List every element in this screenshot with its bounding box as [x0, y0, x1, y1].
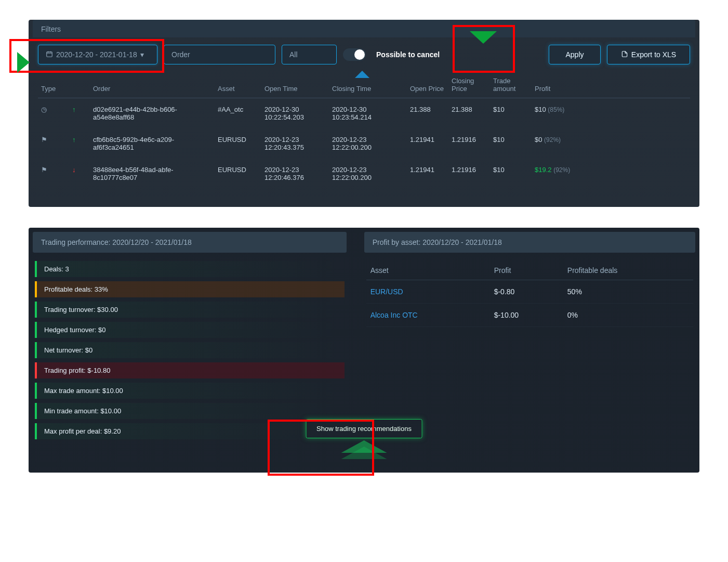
- table-row[interactable]: ⚑↑cfb6b8c5-992b-4e6c-a209-af6f3ca24651EU…: [38, 128, 690, 159]
- table-row[interactable]: ⚑↓38488ee4-b56f-48ad-abfe-8c10777c8e07EU…: [38, 159, 690, 189]
- all-filter-select[interactable]: All: [282, 45, 337, 64]
- stat-row: Net turnover: $0: [35, 342, 345, 358]
- cell-profit: $19.2 (92%): [532, 159, 690, 189]
- cell-close-time: 2020-12-2312:22:00.200: [329, 159, 407, 189]
- cell-open-price: 1.21941: [407, 159, 448, 189]
- order-filter-input[interactable]: Order: [164, 45, 275, 64]
- date-range-picker[interactable]: 2020-12-20 - 2021-01-18 ▾: [38, 45, 157, 64]
- cell-asset: #AA_otc: [215, 98, 261, 129]
- direction-up-icon: ↑: [69, 128, 90, 159]
- trades-panel: Filters 2020-12-20 - 2021-01-18 ▾ Order …: [29, 20, 699, 207]
- performance-stats: Deals: 3Profitable deals: 33%Trading tur…: [29, 253, 351, 452]
- arrow-up-stack-icon: [306, 440, 422, 461]
- cell-asset-deals: 0%: [563, 304, 693, 327]
- col-type: Type: [38, 72, 69, 98]
- calendar-icon: [46, 50, 53, 59]
- cell-open-time: 2020-12-3010:22:54.203: [261, 98, 329, 129]
- stat-row: Profitable deals: 33%: [35, 281, 345, 297]
- cell-profit: $10 (85%): [532, 98, 690, 129]
- svg-rect-0: [47, 51, 52, 56]
- table-row[interactable]: ◷↑d02e6921-e44b-42bb-b606-a54e8e8aff68#A…: [38, 98, 690, 129]
- profit-by-asset-subpanel: Profit by asset: 2020/12/20 - 2021/01/18…: [360, 228, 699, 452]
- cell-amount: $10: [490, 159, 532, 189]
- cell-asset-name: EUR/USD: [366, 280, 490, 304]
- stat-row: Deals: 3: [35, 261, 345, 277]
- col-asset-name: Asset: [366, 261, 490, 280]
- stat-row: Max profit per deal: $9.20: [35, 423, 345, 439]
- order-placeholder: Order: [171, 50, 190, 59]
- stat-row: Min trade amount: $10.00: [35, 403, 345, 419]
- col-order: Order: [90, 72, 215, 98]
- cell-order: cfb6b8c5-992b-4e6c-a209-af6f3ca24651: [90, 128, 215, 159]
- filters-row: 2020-12-20 - 2021-01-18 ▾ Order All Poss…: [29, 37, 699, 72]
- cell-asset-name: Alcoa Inc OTC: [366, 304, 490, 327]
- asset-row[interactable]: Alcoa Inc OTC$-10.000%: [366, 304, 693, 327]
- cell-profit: $0 (92%): [532, 128, 690, 159]
- col-profit: Profit: [532, 72, 690, 98]
- apply-button[interactable]: Apply: [549, 45, 601, 64]
- col-asset-deals: Profitable deals: [563, 261, 693, 280]
- stat-row: Trading turnover: $30.00: [35, 302, 345, 318]
- trade-type-icon: ⚑: [38, 128, 69, 159]
- arrow-right-icon: [17, 52, 30, 73]
- col-asset-profit: Profit: [490, 261, 563, 280]
- cell-closing-price: 1.21916: [448, 159, 490, 189]
- export-xls-button[interactable]: Export to XLS: [607, 45, 690, 64]
- trade-type-icon: ⚑: [38, 159, 69, 189]
- cell-asset: EURUSD: [215, 159, 261, 189]
- cell-order: d02e6921-e44b-42bb-b606-a54e8e8aff68: [90, 98, 215, 129]
- col-asset: Asset: [215, 72, 261, 98]
- cell-asset-profit: $-0.80: [490, 280, 563, 304]
- col-amount: Trade amount: [490, 72, 532, 98]
- trade-type-icon: ◷: [38, 98, 69, 129]
- profit-by-asset-title: Profit by asset: 2020/12/20 - 2021/01/18: [364, 232, 695, 253]
- possible-to-cancel-toggle[interactable]: [343, 48, 366, 61]
- cell-close-time: 2020-12-3010:23:54.214: [329, 98, 407, 129]
- all-label: All: [289, 50, 298, 59]
- cell-amount: $10: [490, 128, 532, 159]
- profit-by-asset-table: Asset Profit Profitable deals EUR/USD$-0…: [366, 261, 693, 327]
- col-closing-price: Closing Price: [448, 72, 490, 98]
- cell-close-time: 2020-12-2312:22:00.200: [329, 128, 407, 159]
- cell-asset: EURUSD: [215, 128, 261, 159]
- file-xls-icon: [621, 50, 628, 59]
- performance-subpanel: Trading performance: 2020/12/20 - 2021/0…: [29, 228, 351, 452]
- cell-open-price: 1.21941: [407, 128, 448, 159]
- possible-to-cancel-label: Possible to cancel: [376, 50, 440, 59]
- stat-row: Hedged turnover: $0: [35, 322, 345, 338]
- show-recommendations-button[interactable]: Show trading recommendations: [306, 419, 422, 438]
- cell-open-price: 21.388: [407, 98, 448, 129]
- direction-down-icon: ↓: [69, 159, 90, 189]
- stat-row: Trading profit: $-10.80: [35, 362, 345, 378]
- stat-row: Max trade amount: $10.00: [35, 383, 345, 399]
- asset-row[interactable]: EUR/USD$-0.8050%: [366, 280, 693, 304]
- stats-panel: Trading performance: 2020/12/20 - 2021/0…: [29, 228, 699, 473]
- arrow-down-icon: [470, 31, 497, 44]
- trades-table: Type Order Asset Open Time Closing Time …: [38, 72, 690, 189]
- cell-open-time: 2020-12-2312:20:43.375: [261, 128, 329, 159]
- recommendations-area: Show trading recommendations: [306, 419, 422, 461]
- cell-order: 38488ee4-b56f-48ad-abfe-8c10777c8e07: [90, 159, 215, 189]
- date-range-text: 2020-12-20 - 2021-01-18: [56, 50, 137, 59]
- col-open-price: Open Price: [407, 72, 448, 98]
- caret-down-icon: ▾: [140, 50, 144, 59]
- performance-title: Trading performance: 2020/12/20 - 2021/0…: [33, 232, 347, 253]
- cell-closing-price: 1.21916: [448, 128, 490, 159]
- filters-title: Filters: [33, 20, 695, 37]
- cell-open-time: 2020-12-2312:20:46.376: [261, 159, 329, 189]
- direction-up-icon: ↑: [69, 98, 90, 129]
- cell-asset-profit: $-10.00: [490, 304, 563, 327]
- cell-amount: $10: [490, 98, 532, 129]
- cell-asset-deals: 50%: [563, 280, 693, 304]
- hint-arrow-up-icon: [355, 71, 369, 78]
- cell-closing-price: 21.388: [448, 98, 490, 129]
- col-open-time: Open Time: [261, 72, 329, 98]
